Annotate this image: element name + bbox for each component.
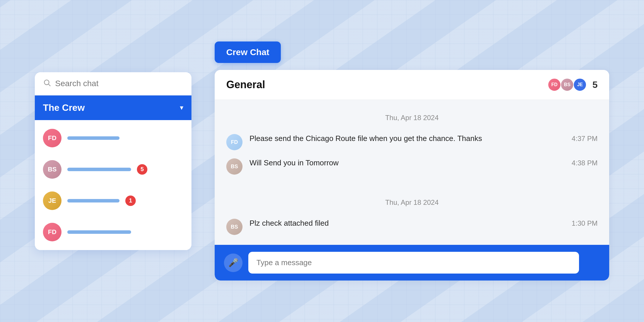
message-content: Will Send you in Tomorrow 4:38 PM (249, 158, 598, 167)
list-item[interactable]: FD (35, 216, 191, 248)
preview-bar (67, 168, 131, 171)
message-time: 1:30 PM (572, 219, 598, 227)
svg-point-0 (44, 80, 49, 84)
content-wrapper: The Crew ▾ FD BS 5 JE 1 FD (0, 0, 644, 322)
crew-chat-tab[interactable]: Crew Chat (215, 41, 281, 63)
unread-badge: 5 (137, 164, 147, 175)
chat-members: FD BS JE 5 (548, 78, 598, 91)
list-item[interactable]: JE 1 (35, 185, 191, 216)
send-button[interactable] (585, 258, 600, 268)
messages-area: Thu, Apr 18 2024 FD Please send the Chic… (215, 100, 609, 245)
avatar: FD (43, 129, 61, 147)
message-content: Plz check attached filed 1:30 PM (249, 219, 598, 228)
message-row: FD Please send the Chicago Route file wh… (226, 130, 598, 154)
member-avatar-bs: BS (560, 78, 574, 91)
message-time: 4:38 PM (572, 159, 598, 167)
avatar: BS (226, 219, 243, 235)
message-text: Will Send you in Tomorrow (249, 158, 339, 167)
chat-list: FD BS 5 JE 1 FD (35, 120, 191, 250)
message-row: BS Plz check attached filed 1:30 PM (226, 215, 598, 239)
avatar: JE (43, 191, 61, 210)
chat-title: General (226, 79, 265, 91)
preview-bar (67, 199, 120, 202)
message-time: 4:37 PM (572, 135, 598, 143)
message-group: Thu, Apr 18 2024 BS Plz check attached f… (215, 184, 609, 245)
search-icon (43, 79, 51, 89)
avatar: FD (43, 223, 61, 241)
right-panel: Crew Chat General FD BS JE 5 Thu, Apr 18… (215, 41, 609, 281)
message-content: Please send the Chicago Route file when … (249, 134, 598, 143)
mic-button[interactable]: 🎤 (224, 254, 243, 272)
chat-container: General FD BS JE 5 Thu, Apr 18 2024 FD P… (215, 70, 609, 281)
preview-bar (67, 136, 120, 140)
avatar: BS (43, 160, 61, 179)
search-input[interactable] (55, 79, 183, 88)
list-item[interactable]: BS 5 (35, 154, 191, 185)
unread-badge: 1 (125, 196, 136, 206)
message-text: Plz check attached filed (249, 219, 329, 228)
message-input[interactable] (248, 252, 579, 274)
message-group: Thu, Apr 18 2024 FD Please send the Chic… (215, 100, 609, 184)
member-avatar-fd: FD (548, 78, 561, 91)
svg-line-1 (48, 84, 50, 86)
message-row: BS Will Send you in Tomorrow 4:38 PM (226, 154, 598, 179)
avatar: BS (226, 158, 243, 175)
group-title: The Crew (43, 102, 85, 113)
search-bar (35, 72, 191, 95)
chat-header: General FD BS JE 5 (215, 70, 609, 100)
avatar: FD (226, 134, 243, 150)
date-divider: Thu, Apr 18 2024 (226, 190, 598, 215)
message-text: Please send the Chicago Route file when … (249, 134, 482, 143)
date-divider: Thu, Apr 18 2024 (226, 106, 598, 130)
member-count: 5 (592, 79, 598, 90)
preview-bar (67, 230, 131, 234)
left-panel: The Crew ▾ FD BS 5 JE 1 FD (35, 72, 191, 250)
send-icon (587, 258, 598, 268)
chevron-down-icon: ▾ (180, 104, 183, 112)
member-avatar-je: JE (573, 78, 587, 91)
input-bar: 🎤 (215, 245, 609, 281)
list-item[interactable]: FD (35, 122, 191, 154)
group-header[interactable]: The Crew ▾ (35, 95, 191, 120)
